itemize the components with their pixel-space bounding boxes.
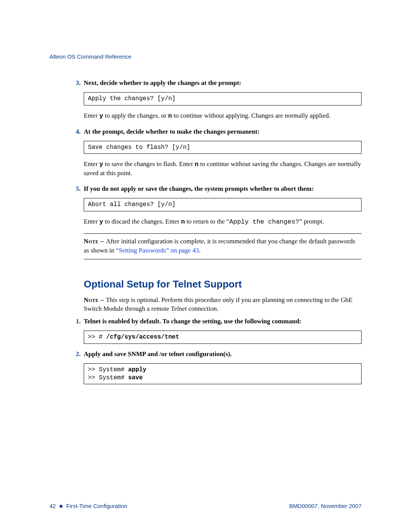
note-text: Note – After initial configuration is co… [84,237,362,255]
page-number: 42 [49,503,56,509]
note-rule-top [84,233,362,234]
step-number: 3. [72,79,81,88]
telnet-step-1: 1. Telnet is enabled by default. To chan… [84,317,362,344]
note-rule-bottom [84,259,362,259]
chapter-title: First-Time Configuration [66,503,127,509]
code-box-save: Save changes to flash? [y/n] [84,141,362,154]
step-heading: 4. At the prompt, decide whether to make… [84,128,362,136]
step-title: Telnet is enabled by default. To change … [84,317,301,326]
step-heading: 5. If you do not apply or save the chang… [84,185,362,193]
step-number: 4. [72,128,81,136]
step-heading: 1. Telnet is enabled by default. To chan… [84,317,362,326]
note-block-2: Note – This step is optional. Perform th… [84,296,362,314]
square-bullet-icon [60,505,62,508]
step-body: Enter y to apply the changes, or n to co… [84,112,362,121]
step-title: Next, decide whether to apply the change… [84,79,241,88]
step-number: 1. [72,317,81,326]
note-text: Note – This step is optional. Perform th… [84,296,362,314]
step-title: If you do not apply or save the changes,… [84,185,314,193]
step-number: 5. [72,185,81,193]
step-title: At the prompt, decide whether to make th… [84,128,260,136]
step-body: Enter y to discard the changes. Enter n … [84,217,362,227]
code-box-apply: Apply the changes? [y/n] [84,92,362,105]
step-number: 2. [72,350,81,359]
link-setting-passwords[interactable]: “Setting Passwords” on page 43 [116,247,199,254]
step-5: 5. If you do not apply or save the chang… [84,185,362,227]
code-box-apply-save: >> System# apply >> System# save [84,363,362,385]
telnet-step-2: 2. Apply and save SNMP and /or telnet co… [84,350,362,385]
page: Alteon OS Command Reference 3. Next, dec… [0,0,411,532]
note-label: Note – [84,238,106,245]
step-body: Enter y to save the changes to flash. En… [84,160,362,178]
code-box-tnet: >> # /cfg/sys/access/tnet [84,331,362,344]
step-4: 4. At the prompt, decide whether to make… [84,128,362,178]
note-block-1: Note – After initial configuration is co… [84,233,362,259]
page-footer: 42 First-Time Configuration BMD00007, No… [49,503,362,509]
step-heading: 2. Apply and save SNMP and /or telnet co… [84,350,362,359]
step-heading: 3. Next, decide whether to apply the cha… [84,79,362,88]
step-3: 3. Next, decide whether to apply the cha… [84,79,362,121]
step-title: Apply and save SNMP and /or telnet confi… [84,350,232,359]
code-box-abort: Abort all changes? [y/n] [84,198,362,211]
running-head: Alteon OS Command Reference [49,53,362,60]
section-heading-telnet: Optional Setup for Telnet Support [84,278,362,290]
footer-right: BMD00007, November 2007 [289,503,362,509]
note-label: Note – [84,296,106,304]
footer-left: 42 First-Time Configuration [49,503,127,509]
